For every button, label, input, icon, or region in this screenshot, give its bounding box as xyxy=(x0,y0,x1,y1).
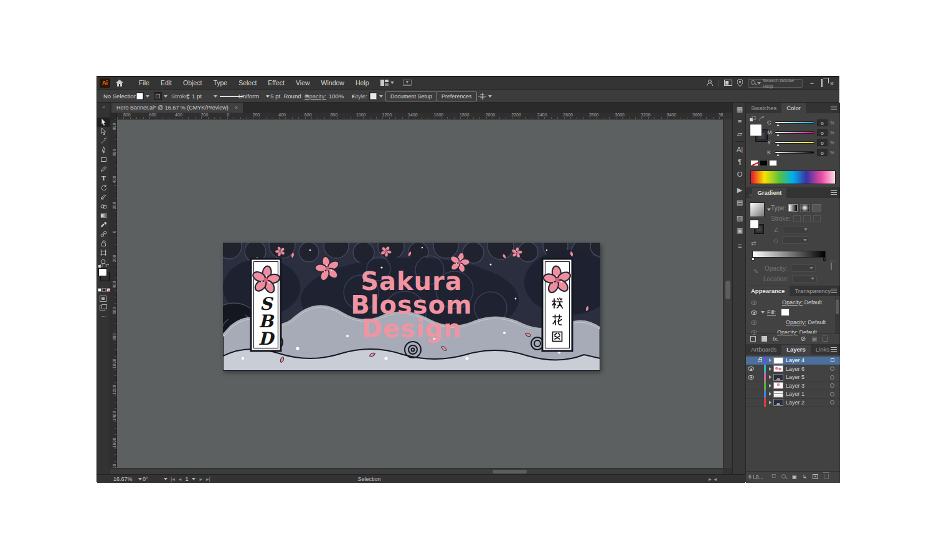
panel-menu-icon[interactable] xyxy=(831,347,837,352)
shape-builder-tool[interactable] xyxy=(97,202,110,211)
character-icon[interactable]: A| xyxy=(733,143,747,156)
menu-effect[interactable]: Effect xyxy=(262,77,290,90)
artboard-tool[interactable] xyxy=(97,248,110,258)
close-button[interactable]: × xyxy=(828,80,836,87)
preferences-button[interactable]: Preferences xyxy=(436,91,477,101)
opentype-icon[interactable]: O xyxy=(733,168,747,180)
home-icon[interactable] xyxy=(116,80,123,86)
pen-tool[interactable] xyxy=(97,146,110,155)
layer-name[interactable]: Layer 2 xyxy=(786,399,804,406)
pathfinder-icon[interactable]: ▱ xyxy=(733,128,747,140)
delete-stop-icon[interactable] xyxy=(831,263,832,270)
pencil-tool[interactable] xyxy=(97,164,110,174)
menu-select[interactable]: Select xyxy=(233,77,262,90)
cmyk-slider-m[interactable]: M0% xyxy=(767,129,834,136)
gradient-location-field[interactable] xyxy=(792,275,817,282)
opacity-label[interactable]: Opacity: xyxy=(304,93,326,100)
white-swatch[interactable] xyxy=(769,160,777,166)
none-swatch[interactable] xyxy=(750,160,758,166)
layer-row-layer-4[interactable]: Layer 4 xyxy=(746,357,840,365)
graphic-styles-icon[interactable]: ▤ xyxy=(733,196,747,208)
layer-thumbnail[interactable] xyxy=(773,391,783,398)
tab-color[interactable]: Color xyxy=(781,103,806,113)
menu-object[interactable]: Object xyxy=(177,77,207,90)
appearance-scrollbar[interactable] xyxy=(835,298,839,334)
gradient-eyedropper-icon[interactable]: ✎ xyxy=(753,268,758,275)
swap-colors-icon[interactable] xyxy=(750,116,765,121)
new-fill-icon[interactable] xyxy=(762,336,767,342)
symbol-sprayer-tool[interactable] xyxy=(97,239,110,248)
zoom-level[interactable]: 16.67% xyxy=(113,475,142,483)
panel-menu-icon[interactable] xyxy=(831,289,837,293)
align-options-icon[interactable] xyxy=(478,90,492,103)
black-swatch[interactable] xyxy=(760,160,768,166)
duplicate-item-icon[interactable]: ▣ xyxy=(811,335,817,342)
tab-appearance[interactable]: Appearance xyxy=(746,286,790,296)
stroke-color-control[interactable] xyxy=(154,90,167,103)
menu-help[interactable]: Help xyxy=(350,77,375,90)
make-clip-mask-icon[interactable]: ⧠ xyxy=(772,473,776,480)
menu-window[interactable]: Window xyxy=(316,77,350,90)
blend-tool[interactable] xyxy=(97,230,110,239)
canvas[interactable]: Sakura Blossom Design S B D xyxy=(117,119,723,468)
target-icon[interactable] xyxy=(830,366,834,371)
lock-icon[interactable] xyxy=(758,359,762,362)
freeform-gradient-button[interactable] xyxy=(812,204,821,212)
radial-gradient-button[interactable] xyxy=(800,204,809,212)
clear-appearance-icon[interactable]: ⊘ xyxy=(801,335,806,342)
menu-type[interactable]: Type xyxy=(207,77,233,90)
panel-menu-icon[interactable] xyxy=(831,190,837,195)
artboard-hero-banner[interactable]: Sakura Blossom Design S B D xyxy=(223,243,600,371)
edit-toolbar-icon[interactable]: ... xyxy=(97,312,110,318)
reverse-gradient-icon[interactable]: ⇄ xyxy=(751,240,756,246)
new-stroke-icon[interactable] xyxy=(750,336,756,342)
status-collapse-icon[interactable]: ◂ xyxy=(714,476,717,482)
direct-selection-tool[interactable] xyxy=(97,127,110,136)
menu-file[interactable]: File xyxy=(133,77,155,90)
layer-row-layer-3[interactable]: Layer 3 xyxy=(746,382,840,391)
make-mask-icon[interactable]: ▣ xyxy=(791,474,796,480)
cmyk-slider-c[interactable]: C0% xyxy=(767,119,834,126)
panel-menu-icon[interactable]: ≡ xyxy=(733,240,747,252)
layer-row-layer-2[interactable]: Layer 2 xyxy=(746,399,840,408)
actions-icon[interactable]: ▶ xyxy=(733,184,747,196)
minimize-button[interactable]: − xyxy=(808,80,816,87)
color-spectrum[interactable] xyxy=(750,170,836,184)
eraser-tool[interactable] xyxy=(97,192,110,202)
new-effect-icon[interactable]: fx. xyxy=(773,336,779,342)
draw-mode-icon[interactable] xyxy=(100,296,106,303)
visibility-icon[interactable] xyxy=(751,320,757,325)
libraries-icon[interactable]: ▣ xyxy=(733,224,747,236)
layer-name[interactable]: Layer 1 xyxy=(786,391,804,397)
layer-row-layer-5[interactable]: Layer 5 xyxy=(746,373,840,382)
document-setup-button[interactable]: Document Setup xyxy=(385,91,437,101)
panel-menu-icon[interactable] xyxy=(831,106,837,110)
vertical-scrollbar[interactable] xyxy=(723,119,732,468)
document-tab[interactable]: Hero Banner.ai* @ 16.67 % (CMYK/Preview)… xyxy=(111,103,243,113)
target-icon[interactable] xyxy=(830,392,834,396)
align-icon[interactable]: ≡ xyxy=(733,115,747,128)
target-icon[interactable] xyxy=(830,375,834,380)
properties-icon[interactable]: ▦ xyxy=(733,103,747,115)
eyedropper-tool[interactable] xyxy=(97,220,110,230)
horizontal-ruler[interactable]: 8006004002000200400600800100012001400160… xyxy=(117,113,723,119)
layer-thumbnail[interactable] xyxy=(773,382,783,389)
tab-close-icon[interactable]: × xyxy=(235,105,238,111)
magic-wand-tool[interactable] xyxy=(97,136,110,146)
rotation-field[interactable]: 0° xyxy=(143,475,167,483)
rectangle-tool[interactable] xyxy=(97,155,110,164)
delete-item-icon[interactable] xyxy=(823,337,828,342)
ruler-corner[interactable] xyxy=(110,113,117,119)
last-artboard-icon[interactable]: ▸| xyxy=(206,476,210,482)
visibility-icon[interactable] xyxy=(751,310,757,315)
brush-select[interactable]: •5 pt. Round xyxy=(267,90,309,103)
fill-color-control[interactable] xyxy=(136,90,149,103)
gradient-opacity-field[interactable] xyxy=(791,264,816,272)
type-tool[interactable]: T xyxy=(97,174,110,183)
target-icon[interactable] xyxy=(830,400,834,404)
toolbar-collapse-icon[interactable]: « xyxy=(97,103,110,113)
visibility-icon[interactable] xyxy=(748,375,754,380)
tab-layers[interactable]: Layers xyxy=(781,345,811,355)
tab-swatches[interactable]: Swatches xyxy=(746,103,781,113)
color-mode-buttons[interactable] xyxy=(98,288,110,292)
